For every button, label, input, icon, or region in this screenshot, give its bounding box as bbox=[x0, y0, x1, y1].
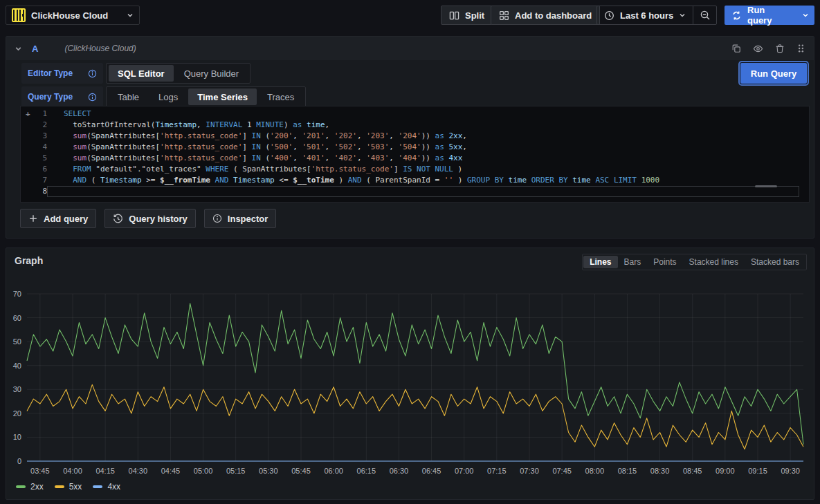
add-to-dashboard-button[interactable]: Add to dashboard bbox=[491, 6, 600, 25]
sql-code-editor[interactable]: + 1SELECT2 toStartOfInterval(Timestamp, … bbox=[20, 106, 810, 203]
query-datasource-hint: (ClickHouse Cloud) bbox=[64, 44, 136, 53]
query-row-header: A (ClickHouse Cloud) bbox=[6, 37, 814, 60]
line-number: 2 bbox=[21, 120, 47, 131]
legend-swatch-4xx bbox=[93, 485, 102, 488]
query-type-switch: TableLogsTime SeriesTraces bbox=[106, 86, 306, 107]
code-line[interactable]: 7 AND ( Timestamp >= $__fromTime AND Tim… bbox=[21, 175, 809, 186]
tab-traces[interactable]: Traces bbox=[258, 88, 303, 105]
line-number: 7 bbox=[21, 175, 47, 186]
info-circle-icon[interactable] bbox=[88, 69, 97, 78]
time-series-chart[interactable]: 01020304050607003:4504:0004:1504:3004:45… bbox=[6, 269, 815, 483]
option-query-builder[interactable]: Query Builder bbox=[175, 65, 248, 82]
tab-time-series[interactable]: Time Series bbox=[188, 88, 257, 105]
collapse-chevron-icon[interactable] bbox=[15, 45, 22, 53]
code-line[interactable]: 3 sum(SpanAttributes['http.status_code']… bbox=[21, 131, 809, 142]
y-tick-label: 40 bbox=[13, 362, 21, 370]
x-tick-label: 04:15 bbox=[95, 467, 115, 475]
x-tick-label: 04:00 bbox=[63, 467, 82, 475]
apps-grid-icon bbox=[499, 10, 509, 21]
inspector-button[interactable]: Inspector bbox=[204, 209, 277, 228]
x-tick-label: 05:15 bbox=[226, 467, 246, 475]
run-query-label: Run query bbox=[747, 5, 790, 26]
legend-swatch-2xx bbox=[16, 485, 26, 488]
code-line[interactable]: 6 FROM "default"."otel_traces" WHERE ( S… bbox=[21, 164, 809, 175]
view-mode-bars[interactable]: Bars bbox=[618, 256, 648, 268]
view-mode-lines[interactable]: Lines bbox=[583, 256, 617, 268]
time-range-button[interactable]: Last 6 hours bbox=[597, 6, 693, 24]
y-tick-label: 0 bbox=[17, 457, 21, 465]
editor-type-label-chip: Editor Type bbox=[21, 63, 103, 84]
code-text: sum(SpanAttributes['http.status_code'] I… bbox=[47, 153, 799, 164]
x-tick-label: 09:15 bbox=[748, 467, 767, 475]
view-mode-stacked-lines[interactable]: Stacked lines bbox=[683, 256, 745, 268]
zoom-out-icon bbox=[700, 10, 711, 21]
add-query-label: Add query bbox=[44, 214, 88, 224]
query-type-label: Query Type bbox=[28, 92, 73, 102]
code-text: sum(SpanAttributes['http.status_code'] I… bbox=[47, 131, 799, 142]
time-range-group: Last 6 hours bbox=[596, 6, 717, 25]
option-sql-editor[interactable]: SQL Editor bbox=[109, 65, 174, 82]
chart-legend: 2xx5xx4xx bbox=[16, 482, 120, 492]
drag-handle-icon[interactable] bbox=[796, 44, 805, 54]
code-line[interactable]: 4 sum(SpanAttributes['http.status_code']… bbox=[21, 142, 809, 153]
editor-type-label: Editor Type bbox=[28, 68, 73, 78]
x-tick-label: 09:00 bbox=[716, 467, 735, 475]
hide-response-eye-icon[interactable] bbox=[753, 44, 763, 54]
delete-query-trash-icon[interactable] bbox=[775, 44, 785, 54]
run-query-panel-button[interactable]: Run Query bbox=[740, 63, 807, 84]
x-tick-label: 08:15 bbox=[618, 467, 637, 475]
x-tick-label: 04:45 bbox=[161, 467, 181, 475]
editor-type-switch: SQL EditorQuery Builder bbox=[106, 63, 250, 84]
sql-code-lines: 1SELECT2 toStartOfInterval(Timestamp, IN… bbox=[21, 106, 809, 197]
datasource-label: ClickHouse Cloud bbox=[31, 10, 121, 21]
code-line[interactable]: 8 bbox=[21, 186, 809, 197]
info-circle-icon[interactable] bbox=[88, 93, 97, 102]
x-tick-label: 06:30 bbox=[390, 467, 409, 475]
zoom-out-button[interactable] bbox=[693, 6, 716, 24]
split-button[interactable]: Split bbox=[441, 6, 493, 25]
graph-panel-title: Graph bbox=[15, 255, 43, 266]
line-number: 6 bbox=[21, 164, 47, 175]
code-line[interactable]: 2 toStartOfInterval(Timestamp, INTERVAL … bbox=[21, 120, 809, 131]
graph-view-mode-switch: LinesBarsPointsStacked linesStacked bars bbox=[582, 254, 807, 270]
line-number: 3 bbox=[21, 131, 47, 142]
legend-swatch-5xx bbox=[55, 485, 64, 488]
run-query-dropdown[interactable] bbox=[796, 12, 814, 19]
tab-logs[interactable]: Logs bbox=[149, 88, 187, 105]
x-tick-label: 05:00 bbox=[194, 467, 213, 475]
x-tick-label: 07:45 bbox=[552, 467, 572, 475]
line-number: 8 bbox=[21, 186, 47, 197]
line-number: 4 bbox=[21, 142, 47, 153]
add-line-icon[interactable]: + bbox=[26, 109, 30, 120]
x-tick-label: 09:30 bbox=[781, 467, 800, 475]
code-line[interactable]: 5 sum(SpanAttributes['http.status_code']… bbox=[21, 153, 809, 164]
clock-icon bbox=[604, 10, 614, 21]
code-line[interactable]: 1SELECT bbox=[21, 109, 809, 120]
query-ref-id[interactable]: A bbox=[32, 44, 38, 54]
datasource-picker[interactable]: ClickHouse Cloud bbox=[6, 6, 140, 25]
run-query-button[interactable]: Run query bbox=[725, 5, 796, 26]
duplicate-query-icon[interactable] bbox=[731, 44, 741, 54]
x-tick-label: 06:45 bbox=[422, 467, 441, 475]
view-mode-stacked-bars[interactable]: Stacked bars bbox=[745, 256, 805, 268]
query-footer-actions: Add query Query history Inspector bbox=[20, 209, 276, 228]
view-mode-points[interactable]: Points bbox=[647, 256, 682, 268]
code-text bbox=[47, 186, 799, 197]
x-tick-label: 04:30 bbox=[129, 467, 148, 475]
legend-item-5xx[interactable]: 5xx bbox=[55, 482, 82, 492]
clickhouse-logo-icon bbox=[12, 8, 26, 22]
series-line-5xx bbox=[27, 384, 803, 449]
query-history-button[interactable]: Query history bbox=[104, 209, 196, 228]
x-tick-label: 05:30 bbox=[259, 467, 278, 475]
legend-item-2xx[interactable]: 2xx bbox=[16, 482, 44, 492]
horizontal-scrollbar[interactable] bbox=[755, 185, 777, 187]
legend-item-4xx[interactable]: 4xx bbox=[93, 482, 120, 492]
y-tick-label: 10 bbox=[13, 433, 21, 441]
add-to-dashboard-label: Add to dashboard bbox=[515, 10, 592, 21]
code-text: AND ( Timestamp >= $__fromTime AND Times… bbox=[47, 175, 799, 186]
tab-table[interactable]: Table bbox=[109, 88, 148, 105]
y-tick-label: 20 bbox=[13, 409, 21, 418]
x-tick-label: 05:45 bbox=[291, 467, 311, 475]
graph-panel: Graph LinesBarsPointsStacked linesStacke… bbox=[6, 248, 814, 500]
add-query-button[interactable]: Add query bbox=[20, 209, 96, 228]
